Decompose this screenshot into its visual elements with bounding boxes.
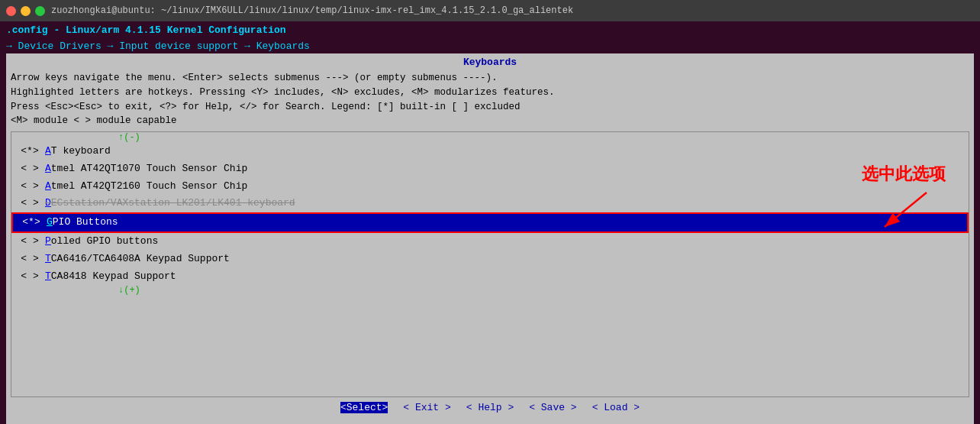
load-button[interactable]: < Load > xyxy=(592,402,640,413)
list-item[interactable]: < > TCA6416/TCA6408A Keypad Support xyxy=(11,251,969,268)
help-line-2: Highlighted letters are hotkeys. Pressin… xyxy=(11,86,969,100)
item-marker: < > xyxy=(15,196,45,212)
item-marker: < > xyxy=(15,269,45,285)
menu-items: <*> AT keyboard < > Atmel AT42QT1070 Tou… xyxy=(11,143,969,285)
item-label: Polled GPIO buttons xyxy=(45,234,965,250)
item-label: Atmel AT42QT1070 Touch Sensor Chip xyxy=(45,161,965,177)
item-marker: < > xyxy=(15,251,45,267)
item-marker: <*> xyxy=(15,144,45,160)
item-label: Atmel AT42QT2160 Touch Sensor Chip xyxy=(45,179,965,195)
close-button[interactable] xyxy=(6,6,16,16)
list-item[interactable]: <*> AT keyboard xyxy=(11,143,969,160)
item-label: TCA8418 Keypad Support xyxy=(45,269,965,285)
list-item[interactable]: < > Polled GPIO buttons xyxy=(11,233,969,251)
annotation-container: 选中此选项 xyxy=(862,163,946,235)
item-marker: < > xyxy=(15,179,45,195)
list-item-selected[interactable]: <*> GPIO Buttons xyxy=(11,212,969,233)
window: zuozhongkai@ubuntu: ~/linux/IMX6ULL/linu… xyxy=(0,0,980,424)
breadcrumb: → Device Drivers → Input device support … xyxy=(0,39,980,53)
item-marker: < > xyxy=(15,234,45,250)
traffic-lights xyxy=(6,6,45,16)
config-header: .config - Linux/arm 4.1.15 Kernel Config… xyxy=(0,21,980,39)
list-item[interactable]: < > Atmel AT42QT2160 Touch Sensor Chip xyxy=(11,178,969,196)
list-item[interactable]: < > TCA8418 Keypad Support xyxy=(11,268,969,286)
item-marker: < > xyxy=(15,161,45,177)
window-title: zuozhongkai@ubuntu: ~/linux/IMX6ULL/linu… xyxy=(51,5,573,16)
help-line-3: Press <Esc><Esc> to exit, <?> for Help, … xyxy=(11,100,969,115)
exit-button[interactable]: < Exit > xyxy=(403,402,450,413)
annotation-text: 选中此选项 xyxy=(862,163,946,186)
bottom-bar: <Select> < Exit > < Help > < Save > < Lo… xyxy=(17,397,963,418)
item-label: TCA6416/TCA6408A Keypad Support xyxy=(45,251,965,267)
item-marker: <*> xyxy=(16,215,47,231)
save-button[interactable]: < Save > xyxy=(529,402,576,413)
help-line-1: Arrow keys navigate the menu. <Enter> se… xyxy=(11,71,969,86)
item-label: AT keyboard xyxy=(45,144,965,160)
main-content: Keyboards Arrow keys navigate the menu. … xyxy=(6,53,974,424)
help-button[interactable]: < Help > xyxy=(466,402,514,413)
annotation-arrow-icon xyxy=(873,189,934,235)
item-label: DECstation/VAXstation LK201/LK401 keyboa… xyxy=(45,196,965,212)
scroll-indicator-top: ↑(-) xyxy=(11,132,969,143)
minimize-button[interactable] xyxy=(21,6,31,16)
list-item[interactable]: < > DECstation/VAXstation LK201/LK401 ke… xyxy=(11,195,969,212)
scroll-indicator-bottom: ↓(+) xyxy=(11,285,969,296)
terminal-body: .config - Linux/arm 4.1.15 Kernel Config… xyxy=(0,21,980,424)
maximize-button[interactable] xyxy=(35,6,45,16)
help-line-4: <M> module < > module capable xyxy=(11,114,969,128)
svg-line-1 xyxy=(885,193,927,227)
title-bar: zuozhongkai@ubuntu: ~/linux/IMX6ULL/linu… xyxy=(0,0,980,21)
select-button[interactable]: <Select> xyxy=(340,402,388,413)
list-item[interactable]: < > Atmel AT42QT1070 Touch Sensor Chip xyxy=(11,160,969,178)
menu-container[interactable]: ↑(-) <*> AT keyboard < > Atmel AT42QT107… xyxy=(11,131,969,397)
item-label: GPIO Buttons xyxy=(47,215,964,231)
section-title: Keyboards xyxy=(11,57,969,68)
help-text: Arrow keys navigate the menu. <Enter> se… xyxy=(11,71,969,128)
